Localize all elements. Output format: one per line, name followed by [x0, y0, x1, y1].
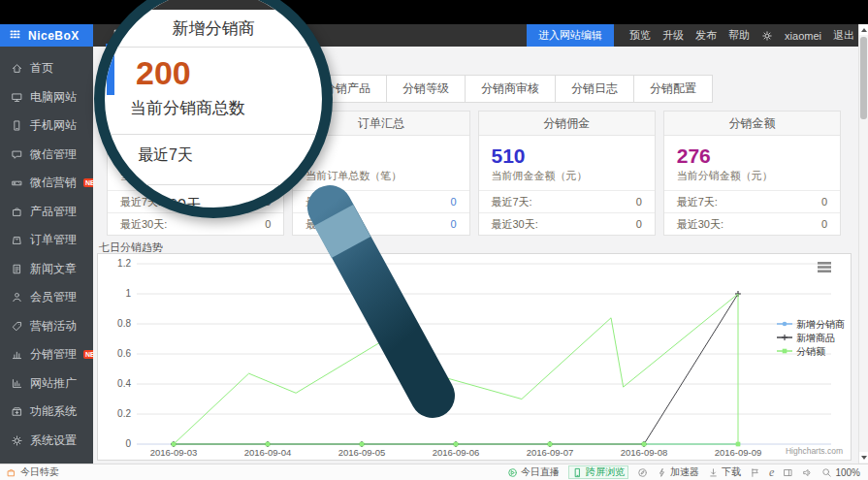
chart-icon: [11, 348, 23, 361]
bag-icon: [11, 206, 23, 218]
magnified-blue-accent: [107, 52, 114, 95]
order-icon: [11, 234, 23, 246]
status-item-cross-screen[interactable]: 跨屏浏览: [568, 465, 628, 479]
zoomglass-icon: [821, 467, 832, 478]
gear-icon[interactable]: [761, 30, 773, 42]
stat-card: 分销金额276当前分销金额（元）最近7天:0最近30天:0: [663, 111, 841, 236]
sidebar-item-label: 电脑网站: [30, 89, 77, 106]
gamepad-icon: [11, 176, 23, 189]
svg-text:0.6: 0.6: [117, 348, 131, 359]
sidebar-item-pc-site[interactable]: 电脑网站: [0, 83, 93, 112]
sidebar-item-order-manage[interactable]: 订单管理: [0, 226, 93, 255]
row-value: 0: [821, 218, 827, 230]
trend-chart[interactable]: 00.20.40.60.811.22016-09-032016-09-04201…: [98, 254, 851, 460]
box-icon: [11, 405, 23, 418]
today-sale-label: 今日特卖: [20, 465, 59, 479]
grid-icon: [9, 29, 21, 42]
sidebar-item-label: 系统设置: [30, 432, 77, 449]
sidebar-item-label: 微信营销: [30, 175, 77, 191]
sidebar-item-label: 产品管理: [30, 204, 77, 220]
sidebar-item-function-system[interactable]: 功能系统: [0, 398, 93, 427]
chart-export-menu-icon[interactable]: [818, 262, 831, 272]
tab-distributor-review[interactable]: 分销商审核: [465, 75, 556, 103]
sidebar-item-label: 订单管理: [30, 232, 77, 248]
magnified-label: 当前分销商总数: [130, 97, 245, 119]
user-icon: [11, 291, 23, 304]
tab-bar: 分销产品分销等级分销商审核分销日志分销配置: [308, 75, 713, 103]
tab-distribution-config[interactable]: 分销配置: [633, 75, 713, 103]
svg-text:2016-09-05: 2016-09-05: [338, 447, 386, 458]
svg-text:新增商品: 新增商品: [796, 333, 835, 343]
row-label: 最近30天:: [677, 217, 723, 232]
svg-text:2016-09-09: 2016-09-09: [715, 447, 762, 458]
scrollbar-thumb[interactable]: [860, 37, 867, 119]
status-items: 今日直播跨屏浏览加速器下载e100%: [507, 465, 862, 479]
sidebar-item-label: 功能系统: [30, 403, 77, 420]
status-item-compass[interactable]: [637, 467, 648, 478]
sidebar-item-label: 首页: [30, 60, 53, 77]
sidebar-item-member-manage[interactable]: 会员管理: [0, 283, 93, 312]
sidebar-item-system-settings[interactable]: 系统设置: [0, 427, 93, 456]
status-item-label: 跨屏浏览: [586, 465, 625, 479]
sidebar-item-wechat-manage[interactable]: 微信管理: [0, 141, 93, 170]
monitor-icon: [11, 91, 23, 104]
sidebar-item-distribution-manage[interactable]: 分销管理NEW: [0, 340, 93, 369]
sidebar-item-label: 会员管理: [30, 289, 77, 305]
status-item-accelerator[interactable]: 加速器: [657, 465, 699, 479]
svg-text:0.4: 0.4: [117, 378, 131, 389]
row-value: 0: [821, 196, 827, 208]
svg-text:2016-09-04: 2016-09-04: [244, 447, 292, 458]
row-label: 最近30天:: [305, 217, 352, 232]
tab-distribution-level[interactable]: 分销等级: [386, 75, 466, 103]
svg-text:1: 1: [125, 288, 131, 299]
tab-distribution-log[interactable]: 分销日志: [555, 75, 634, 103]
stat-card-row: 最近30天:0: [293, 212, 468, 235]
status-item-download[interactable]: 下载: [708, 465, 741, 479]
status-item-ie-mode[interactable]: e: [769, 466, 774, 478]
vertical-scrollbar[interactable]: [858, 24, 868, 464]
toolbar-link[interactable]: 帮助: [728, 28, 750, 43]
toolbar-link[interactable]: 升级: [662, 28, 684, 43]
logout-link[interactable]: 退出: [833, 28, 854, 43]
row-label: 最近30天:: [120, 217, 167, 232]
toolbar-link[interactable]: 发布: [695, 28, 717, 43]
flag-icon: [750, 467, 760, 478]
compass-icon: [637, 467, 648, 478]
svg-text:2016-09-08: 2016-09-08: [621, 447, 668, 458]
row-value: 0: [450, 196, 456, 208]
tag-icon: [11, 320, 23, 333]
bars-icon: [11, 377, 23, 390]
status-item-speaker[interactable]: [802, 467, 813, 478]
sidebar: 首页电脑网站手机网站微信管理微信营销NEW产品管理订单管理新闻文章会员管理营销活…: [0, 47, 93, 464]
username[interactable]: xiaomei: [785, 30, 821, 42]
scroll-up-arrow[interactable]: [859, 24, 868, 35]
status-item-today-live[interactable]: 今日直播: [507, 465, 560, 479]
sidebar-item-home[interactable]: 首页: [0, 54, 93, 83]
scroll-down-arrow[interactable]: [859, 452, 868, 463]
status-item-zoom-level[interactable]: 100%: [821, 467, 860, 478]
sidebar-item-label: 新闻文章: [30, 261, 77, 277]
sidebar-item-news-article[interactable]: 新闻文章: [0, 255, 93, 284]
stat-card-title: 分销金额: [664, 112, 840, 136]
download-icon: [708, 467, 719, 478]
phone-icon: [11, 119, 23, 132]
stat-card-value: 510: [492, 144, 642, 167]
stat-card-row: 最近7天:0: [664, 190, 840, 212]
toolbar-link[interactable]: 预览: [629, 28, 651, 43]
play-icon: [507, 467, 518, 478]
status-item-flag[interactable]: [750, 467, 760, 478]
home-icon: [11, 62, 23, 75]
svg-text:2016-09-03: 2016-09-03: [150, 447, 198, 458]
sidebar-item-product-manage[interactable]: 产品管理: [0, 198, 93, 227]
row-label: 最近7天:: [305, 195, 346, 209]
enter-site-editor-button[interactable]: 进入网站编辑: [527, 24, 614, 47]
sidebar-item-wechat-marketing[interactable]: 微信营销NEW: [0, 169, 93, 198]
row-value: 0: [636, 218, 642, 230]
status-item-split-window[interactable]: [783, 467, 793, 478]
today-sale-item[interactable]: 今日特卖: [6, 465, 59, 479]
row-label: 最近7天:: [677, 195, 718, 209]
svg-text:0.8: 0.8: [117, 318, 131, 329]
sidebar-item-site-promotion[interactable]: 网站推广: [0, 369, 93, 399]
sidebar-item-marketing-activity[interactable]: 营销活动: [0, 312, 93, 341]
sidebar-item-mobile-site[interactable]: 手机网站: [0, 112, 93, 141]
